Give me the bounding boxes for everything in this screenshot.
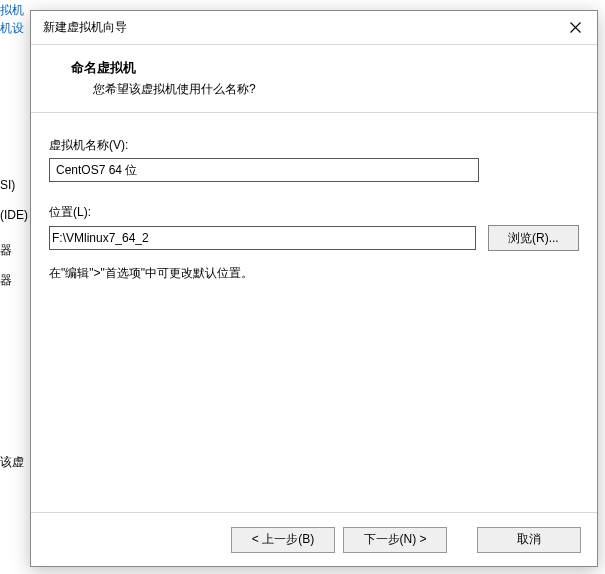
location-label: 位置(L): <box>49 204 579 221</box>
location-hint: 在"编辑">"首选项"中可更改默认位置。 <box>49 265 579 282</box>
titlebar: 新建虚拟机向导 <box>31 11 597 45</box>
back-button[interactable]: < 上一步(B) <box>231 527 335 553</box>
vm-name-label: 虚拟机名称(V): <box>49 137 579 154</box>
bg-text-ide: (IDE) <box>0 208 28 222</box>
bg-text-si: SI) <box>0 178 15 192</box>
wizard-heading: 命名虚拟机 <box>71 59 577 77</box>
cancel-button[interactable]: 取消 <box>477 527 581 553</box>
bg-text-qi2: 器 <box>0 272 12 289</box>
location-input[interactable]: F:\VMlinux7_64_2 <box>49 226 476 250</box>
wizard-header: 命名虚拟机 您希望该虚拟机使用什么名称? <box>31 45 597 113</box>
bg-text-gai: 该虚 <box>0 454 24 471</box>
browse-button[interactable]: 浏览(R)... <box>488 225 579 251</box>
bg-text-qi1: 器 <box>0 242 12 259</box>
wizard-footer: < 上一步(B) 下一步(N) > 取消 <box>31 512 597 566</box>
bg-link-2: 机设 <box>0 20 24 37</box>
bg-link-1: 拟机 <box>0 2 24 19</box>
vm-name-input[interactable] <box>49 158 479 182</box>
close-button[interactable] <box>553 11 597 45</box>
dialog-title: 新建虚拟机向导 <box>43 19 553 36</box>
location-input-value: F:\VMlinux7_64_2 <box>52 231 149 245</box>
background-fragments: 拟机 机设 SI) (IDE) 器 器 该虚 <box>0 0 30 574</box>
wizard-content: 虚拟机名称(V): 位置(L): F:\VMlinux7_64_2 浏览(R).… <box>31 113 597 512</box>
next-button[interactable]: 下一步(N) > <box>343 527 447 553</box>
close-icon <box>570 22 581 33</box>
wizard-dialog: 新建虚拟机向导 命名虚拟机 您希望该虚拟机使用什么名称? 虚拟机名称(V): 位… <box>30 10 598 567</box>
wizard-subheading: 您希望该虚拟机使用什么名称? <box>71 81 577 98</box>
